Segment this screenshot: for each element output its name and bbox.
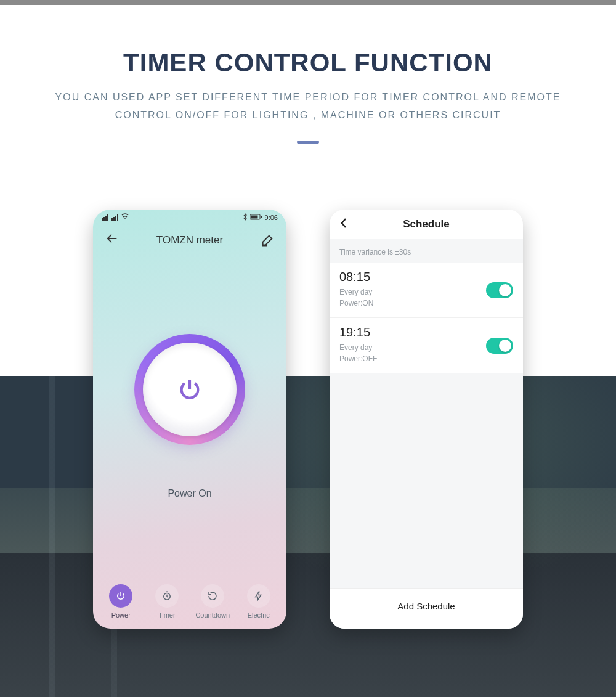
signal-icons bbox=[102, 213, 130, 222]
app-bar-title: TOMZN meter bbox=[156, 234, 223, 247]
power-tab-icon bbox=[109, 584, 132, 608]
schedule-empty-area bbox=[330, 373, 523, 588]
schedule-action: Power:ON bbox=[339, 299, 373, 308]
power-status-label: Power On bbox=[168, 488, 211, 499]
back-chevron-icon[interactable] bbox=[339, 217, 348, 232]
schedule-item[interactable]: 08:15 Every day Power:ON bbox=[330, 263, 523, 318]
hero-title: TIMER CONTROL FUNCTION bbox=[37, 48, 579, 78]
bottom-tab-bar: Power Timer Countdown Electric bbox=[93, 578, 286, 629]
phone-schedule-app: Schedule Time variance is ±30s 08:15 Eve… bbox=[330, 210, 523, 629]
svg-rect-4 bbox=[111, 218, 113, 221]
tab-label: Power bbox=[111, 611, 131, 619]
battery-icon bbox=[250, 214, 262, 221]
add-schedule-button[interactable]: Add Schedule bbox=[330, 588, 523, 629]
hero-divider bbox=[297, 141, 319, 144]
status-bar: 9:06 bbox=[93, 210, 286, 223]
schedule-action: Power:OFF bbox=[339, 354, 377, 363]
schedule-time: 08:15 bbox=[339, 270, 513, 284]
schedule-toggle[interactable] bbox=[486, 338, 513, 354]
tab-label: Timer bbox=[158, 611, 176, 619]
countdown-tab-icon bbox=[201, 584, 224, 608]
phone-power-app: 9:06 TOMZN meter Power On Power bbox=[93, 210, 286, 629]
status-time: 9:06 bbox=[265, 214, 278, 221]
schedule-title: Schedule bbox=[403, 218, 450, 230]
svg-rect-7 bbox=[117, 214, 118, 221]
tab-electric[interactable]: Electric bbox=[240, 584, 277, 619]
schedule-item[interactable]: 19:15 Every day Power:OFF bbox=[330, 318, 523, 373]
svg-rect-3 bbox=[107, 214, 108, 221]
schedule-repeat: Every day bbox=[339, 343, 372, 352]
svg-rect-9 bbox=[251, 216, 257, 219]
power-button-inner bbox=[143, 343, 237, 436]
hero-subtitle: YOU CAN USED APP SET DIFFERENT TIME PERI… bbox=[37, 89, 579, 124]
schedule-toggle[interactable] bbox=[486, 282, 513, 298]
edit-icon[interactable] bbox=[261, 234, 274, 247]
tab-countdown[interactable]: Countdown bbox=[194, 584, 231, 619]
timer-tab-icon bbox=[155, 584, 179, 608]
schedule-time: 19:15 bbox=[339, 325, 513, 340]
app-bar: TOMZN meter bbox=[93, 223, 286, 255]
svg-rect-1 bbox=[103, 217, 105, 221]
electric-tab-icon bbox=[247, 584, 270, 608]
page-top-strip bbox=[0, 0, 616, 5]
tab-label: Countdown bbox=[195, 611, 230, 619]
svg-rect-5 bbox=[113, 217, 115, 221]
power-button[interactable] bbox=[134, 334, 245, 445]
svg-rect-10 bbox=[261, 216, 262, 218]
power-icon bbox=[177, 377, 202, 402]
svg-rect-2 bbox=[105, 216, 107, 221]
schedule-header: Schedule bbox=[330, 210, 523, 239]
bluetooth-icon bbox=[243, 213, 248, 222]
svg-rect-0 bbox=[102, 218, 103, 221]
phones-row: 9:06 TOMZN meter Power On Power bbox=[0, 210, 616, 629]
back-icon[interactable] bbox=[105, 232, 119, 248]
power-control-area: Power On bbox=[93, 255, 286, 578]
tab-label: Electric bbox=[248, 611, 270, 619]
schedule-repeat: Every day bbox=[339, 288, 372, 296]
hero-section: TIMER CONTROL FUNCTION YOU CAN USED APP … bbox=[0, 5, 616, 162]
schedule-note: Time variance is ±30s bbox=[330, 239, 523, 263]
svg-rect-6 bbox=[115, 216, 116, 221]
tab-power[interactable]: Power bbox=[102, 584, 139, 619]
tab-timer[interactable]: Timer bbox=[148, 584, 185, 619]
